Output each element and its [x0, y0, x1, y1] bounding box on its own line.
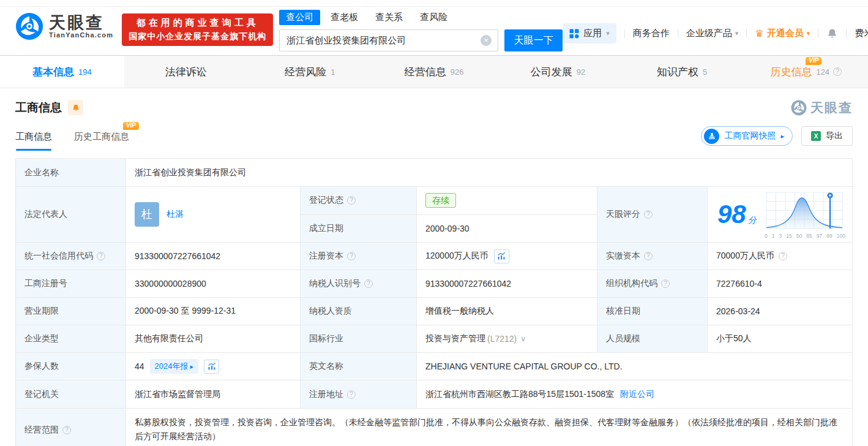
help-icon[interactable]: ? — [97, 252, 105, 260]
search-input[interactable] — [280, 30, 498, 51]
tab-label: 基本信息 — [32, 65, 74, 79]
field-label-business-scope: 经营范围 ? — [16, 409, 126, 446]
field-value-taxpayer-id: 913300007227661042 — [417, 270, 597, 297]
tab-business-info[interactable]: 经营信息 926 — [372, 56, 496, 88]
help-icon[interactable]: ? — [833, 67, 842, 76]
caret-down-icon: ▾ — [735, 29, 739, 37]
score-chart-ticks: 01 315 5085 9799 100 — [764, 233, 846, 239]
field-label-company-name: 企业名称 — [16, 159, 126, 186]
industry-code: (L7212) — [487, 334, 517, 344]
tab-count: 124 — [816, 67, 829, 77]
search-tab-risk[interactable]: 查风险 — [413, 10, 454, 25]
vip-badge: VIP — [806, 57, 821, 65]
nav-business-cooperation[interactable]: 商务合作 — [633, 28, 670, 39]
nav-open-vip[interactable]: ♛ 开通会员 ▾ — [755, 28, 810, 39]
arrow-right-icon: ▸ — [190, 363, 194, 371]
help-icon[interactable]: ? — [644, 210, 653, 219]
official-snapshot-button[interactable]: 工商官网快照 ▸ — [701, 126, 793, 146]
logo-title: 天眼查 — [49, 14, 113, 31]
caret-down-icon: ▾ — [606, 29, 610, 37]
export-button[interactable]: X 导出 — [801, 126, 853, 146]
tab-label: 经营信息 — [405, 65, 446, 79]
tianyancha-logo-icon — [15, 12, 43, 40]
score-value: 98 — [717, 202, 746, 227]
top-divider — [0, 6, 868, 7]
annual-report-badge[interactable]: 2024年报 ▸ — [150, 359, 198, 374]
tab-basic-info[interactable]: 基本信息 194 — [0, 56, 124, 88]
help-icon[interactable]: ? — [62, 426, 71, 434]
field-value-english-name: ZHEJIANG VENTURE CAPITAL GROUP CO., LTD. — [417, 353, 852, 380]
help-icon[interactable]: ? — [347, 196, 356, 205]
open-vip-label: 开通会员 — [767, 28, 804, 39]
arrow-right-icon: ▸ — [780, 132, 784, 140]
search-submit-button[interactable]: 天眼一下 — [504, 29, 563, 51]
field-label-score: 天眼评分 ? — [597, 187, 708, 242]
subtab-business-registration[interactable]: 工商信息 — [15, 131, 52, 151]
field-label-reg-address: 注册地址 ? — [301, 380, 417, 408]
search-tab-company[interactable]: 查公司 — [279, 10, 320, 25]
subtab-history-registration[interactable]: VIP 历史工商信息 — [74, 131, 129, 151]
chevron-down-icon[interactable]: ∨ — [520, 334, 526, 343]
field-label-english-name: 英文名称 — [301, 353, 417, 380]
field-value-business-scope: 私募股权投资，投资管理，投资咨询，企业管理咨询。（未经金融等监管部门批准，不得从… — [126, 409, 852, 446]
field-label-credit-code: 统一社会信用代码 ? — [16, 243, 126, 270]
help-icon[interactable]: ? — [661, 279, 670, 288]
field-value-org-code: 72276610-4 — [708, 270, 852, 297]
monitor-bell-button[interactable] — [68, 100, 83, 115]
field-label-industry: 国标行业 — [301, 325, 417, 352]
nav-user-menu[interactable]: 费米 ▾ — [855, 28, 868, 39]
search-tabs: 查公司 查老板 查关系 查风险 — [279, 10, 563, 25]
crown-icon: ♛ — [755, 29, 763, 39]
field-label-reg-authority: 登记机关 — [16, 380, 126, 408]
search-tab-boss[interactable]: 查老板 — [324, 10, 365, 25]
nav-enterprise-products[interactable]: 企业级产品 ▾ — [686, 28, 739, 39]
tab-count: 926 — [451, 67, 464, 77]
section-title: 工商信息 — [15, 100, 62, 116]
search-input-wrap: × — [279, 29, 498, 51]
capital-trend-icon[interactable] — [494, 249, 509, 263]
tianyancha-logo[interactable]: 天眼查 TianYanCha.com — [15, 12, 113, 40]
tab-intellectual-property[interactable]: 知识产权 5 — [620, 56, 744, 88]
field-value-reg-authority: 浙江省市场监督管理局 — [126, 380, 301, 408]
excel-icon: X — [811, 131, 821, 141]
help-icon[interactable]: ? — [644, 252, 653, 260]
help-icon[interactable]: ? — [364, 279, 373, 288]
field-label-establish-date: 成立日期 — [301, 215, 417, 243]
field-label-business-term: 营业期限 — [16, 298, 126, 325]
tab-history-info[interactable]: VIP 历史信息 124 ? — [744, 56, 868, 88]
field-value-approval-date: 2026-03-24 — [708, 298, 852, 325]
field-label-taxpayer-id: 纳税人识别号 ? — [301, 270, 417, 297]
insured-trend-icon[interactable] — [204, 360, 219, 374]
field-label-taxpayer-quality: 纳税人资质 — [301, 298, 417, 325]
tab-label: 知识产权 — [657, 65, 698, 79]
score-distribution-chart[interactable]: 01 315 5085 9799 100 — [764, 190, 846, 239]
nav-separator — [678, 29, 678, 38]
tab-count: 5 — [703, 67, 707, 77]
enterprise-products-label: 企业级产品 — [686, 28, 732, 39]
search-tab-relation[interactable]: 查关系 — [369, 10, 410, 25]
caret-down-icon: ▾ — [807, 29, 810, 37]
tab-count: 1 — [331, 67, 335, 77]
subtab-label: 历史工商信息 — [74, 131, 129, 142]
tab-company-development[interactable]: 公司发展 92 — [496, 56, 620, 88]
apps-menu[interactable]: 应用 ▾ — [563, 23, 616, 43]
field-label-insured: 参保人数 — [16, 353, 126, 380]
registration-info-table: 企业名称 浙江省创业投资集团有限公司 法定代表人 杜 杜湛 登记状态 ? 存续 … — [15, 158, 853, 446]
tab-legal-proceedings[interactable]: 法律诉讼 — [124, 56, 249, 88]
notification-bell-icon[interactable] — [826, 28, 838, 39]
help-icon[interactable]: ? — [779, 252, 787, 260]
tab-operating-risk[interactable]: 经营风险 1 — [248, 56, 372, 88]
help-icon[interactable]: ? — [347, 390, 356, 399]
export-label: 导出 — [826, 130, 843, 142]
nearby-companies-link[interactable]: 附近公司 — [620, 389, 654, 400]
field-value-paid-capital: 70000万人民币 ? — [708, 243, 852, 270]
help-icon[interactable]: ? — [347, 252, 356, 260]
banner-line1: 都在用的商业查询工具 — [129, 17, 266, 29]
field-label-reg-status: 登记状态 ? — [301, 187, 417, 214]
tab-label: 公司发展 — [531, 65, 572, 79]
field-value-company-name: 浙江省创业投资集团有限公司 — [126, 159, 852, 186]
nav-separator — [624, 29, 625, 38]
legal-rep-name-link[interactable]: 杜湛 — [166, 209, 184, 220]
nav-separator — [746, 29, 747, 38]
legal-rep-avatar[interactable]: 杜 — [135, 202, 159, 227]
